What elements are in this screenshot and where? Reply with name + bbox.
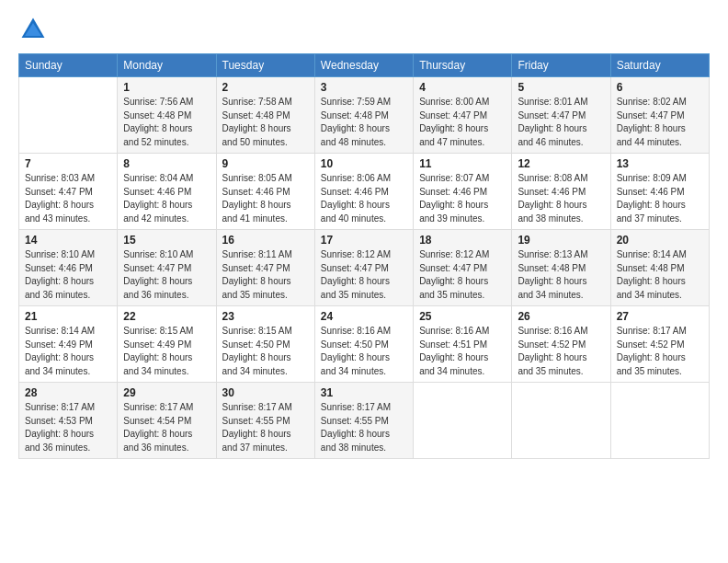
day-info: Sunrise: 8:06 AM Sunset: 4:46 PM Dayligh… <box>321 172 407 225</box>
calendar-week-row: 7Sunrise: 8:03 AM Sunset: 4:47 PM Daylig… <box>19 154 710 230</box>
calendar-cell: 25Sunrise: 8:16 AM Sunset: 4:51 PM Dayli… <box>414 306 512 383</box>
day-number: 19 <box>518 234 604 247</box>
calendar-cell: 26Sunrise: 8:16 AM Sunset: 4:52 PM Dayli… <box>512 306 610 383</box>
day-info: Sunrise: 8:14 AM Sunset: 4:49 PM Dayligh… <box>25 325 111 378</box>
calendar-cell: 3Sunrise: 7:59 AM Sunset: 4:48 PM Daylig… <box>314 77 413 154</box>
day-info: Sunrise: 7:58 AM Sunset: 4:48 PM Dayligh… <box>222 96 309 149</box>
weekday-header: Friday <box>512 54 610 77</box>
calendar-cell: 21Sunrise: 8:14 AM Sunset: 4:49 PM Dayli… <box>19 306 118 383</box>
day-number: 7 <box>25 157 111 170</box>
logo <box>18 15 53 44</box>
day-number: 29 <box>123 386 210 399</box>
calendar-cell <box>19 77 118 154</box>
calendar-table: SundayMondayTuesdayWednesdayThursdayFrid… <box>18 53 710 459</box>
calendar-cell: 16Sunrise: 8:11 AM Sunset: 4:47 PM Dayli… <box>216 230 314 306</box>
calendar-cell <box>512 383 610 459</box>
day-info: Sunrise: 8:17 AM Sunset: 4:55 PM Dayligh… <box>222 401 309 454</box>
day-info: Sunrise: 8:03 AM Sunset: 4:47 PM Dayligh… <box>25 172 111 225</box>
calendar-cell: 18Sunrise: 8:12 AM Sunset: 4:47 PM Dayli… <box>414 230 512 306</box>
day-number: 21 <box>25 310 111 323</box>
calendar-cell: 10Sunrise: 8:06 AM Sunset: 4:46 PM Dayli… <box>314 154 413 230</box>
day-info: Sunrise: 8:14 AM Sunset: 4:48 PM Dayligh… <box>617 248 703 302</box>
day-number: 18 <box>419 234 506 247</box>
calendar-week-row: 1Sunrise: 7:56 AM Sunset: 4:48 PM Daylig… <box>19 77 710 154</box>
day-number: 24 <box>321 310 407 323</box>
calendar-cell: 14Sunrise: 8:10 AM Sunset: 4:46 PM Dayli… <box>19 230 118 306</box>
day-info: Sunrise: 7:59 AM Sunset: 4:48 PM Dayligh… <box>321 96 407 149</box>
calendar-cell: 29Sunrise: 8:17 AM Sunset: 4:54 PM Dayli… <box>118 383 216 459</box>
calendar-week-row: 14Sunrise: 8:10 AM Sunset: 4:46 PM Dayli… <box>19 230 710 306</box>
calendar-cell: 30Sunrise: 8:17 AM Sunset: 4:55 PM Dayli… <box>216 383 314 459</box>
day-number: 14 <box>25 234 111 247</box>
header <box>18 15 710 44</box>
day-info: Sunrise: 8:01 AM Sunset: 4:47 PM Dayligh… <box>518 96 604 149</box>
weekday-header: Monday <box>118 54 216 77</box>
calendar-cell: 17Sunrise: 8:12 AM Sunset: 4:47 PM Dayli… <box>314 230 413 306</box>
day-info: Sunrise: 8:05 AM Sunset: 4:46 PM Dayligh… <box>222 172 309 225</box>
day-number: 4 <box>419 81 506 94</box>
day-info: Sunrise: 8:10 AM Sunset: 4:46 PM Dayligh… <box>25 248 111 302</box>
calendar-cell: 7Sunrise: 8:03 AM Sunset: 4:47 PM Daylig… <box>19 154 118 230</box>
calendar-week-row: 21Sunrise: 8:14 AM Sunset: 4:49 PM Dayli… <box>19 306 710 383</box>
weekday-header: Wednesday <box>314 54 413 77</box>
calendar-cell: 20Sunrise: 8:14 AM Sunset: 4:48 PM Dayli… <box>610 230 709 306</box>
calendar-cell: 22Sunrise: 8:15 AM Sunset: 4:49 PM Dayli… <box>118 306 216 383</box>
day-info: Sunrise: 8:16 AM Sunset: 4:51 PM Dayligh… <box>419 325 506 378</box>
day-info: Sunrise: 8:10 AM Sunset: 4:47 PM Dayligh… <box>123 248 210 302</box>
day-number: 17 <box>321 234 407 247</box>
day-number: 25 <box>419 310 506 323</box>
day-info: Sunrise: 8:15 AM Sunset: 4:49 PM Dayligh… <box>123 325 210 378</box>
calendar-cell: 8Sunrise: 8:04 AM Sunset: 4:46 PM Daylig… <box>118 154 216 230</box>
day-number: 12 <box>518 157 604 170</box>
day-number: 8 <box>123 157 210 170</box>
calendar-cell: 24Sunrise: 8:16 AM Sunset: 4:50 PM Dayli… <box>314 306 413 383</box>
calendar-cell: 6Sunrise: 8:02 AM Sunset: 4:47 PM Daylig… <box>610 77 709 154</box>
day-number: 6 <box>617 81 703 94</box>
calendar-cell: 23Sunrise: 8:15 AM Sunset: 4:50 PM Dayli… <box>216 306 314 383</box>
day-number: 23 <box>222 310 309 323</box>
day-number: 28 <box>25 386 111 399</box>
day-number: 16 <box>222 234 309 247</box>
day-number: 2 <box>222 81 309 94</box>
day-number: 10 <box>321 157 407 170</box>
day-number: 9 <box>222 157 309 170</box>
weekday-header: Sunday <box>19 54 118 77</box>
calendar-cell: 27Sunrise: 8:17 AM Sunset: 4:52 PM Dayli… <box>610 306 709 383</box>
page: SundayMondayTuesdayWednesdayThursdayFrid… <box>0 0 728 563</box>
day-info: Sunrise: 7:56 AM Sunset: 4:48 PM Dayligh… <box>123 96 210 149</box>
day-info: Sunrise: 8:17 AM Sunset: 4:54 PM Dayligh… <box>123 401 210 454</box>
day-info: Sunrise: 8:16 AM Sunset: 4:50 PM Dayligh… <box>321 325 407 378</box>
calendar-cell <box>414 383 512 459</box>
day-number: 22 <box>123 310 210 323</box>
logo-icon <box>18 15 48 44</box>
day-info: Sunrise: 8:08 AM Sunset: 4:46 PM Dayligh… <box>518 172 604 225</box>
day-info: Sunrise: 8:17 AM Sunset: 4:53 PM Dayligh… <box>25 401 111 454</box>
day-info: Sunrise: 8:15 AM Sunset: 4:50 PM Dayligh… <box>222 325 309 378</box>
day-info: Sunrise: 8:09 AM Sunset: 4:46 PM Dayligh… <box>617 172 703 225</box>
day-info: Sunrise: 8:04 AM Sunset: 4:46 PM Dayligh… <box>123 172 210 225</box>
day-number: 13 <box>617 157 703 170</box>
day-info: Sunrise: 8:13 AM Sunset: 4:48 PM Dayligh… <box>518 248 604 302</box>
day-info: Sunrise: 8:17 AM Sunset: 4:52 PM Dayligh… <box>617 325 703 378</box>
calendar-cell: 19Sunrise: 8:13 AM Sunset: 4:48 PM Dayli… <box>512 230 610 306</box>
day-number: 15 <box>123 234 210 247</box>
calendar-cell: 31Sunrise: 8:17 AM Sunset: 4:55 PM Dayli… <box>314 383 413 459</box>
calendar-cell: 4Sunrise: 8:00 AM Sunset: 4:47 PM Daylig… <box>414 77 512 154</box>
calendar-cell: 13Sunrise: 8:09 AM Sunset: 4:46 PM Dayli… <box>610 154 709 230</box>
day-info: Sunrise: 8:12 AM Sunset: 4:47 PM Dayligh… <box>321 248 407 302</box>
day-info: Sunrise: 8:17 AM Sunset: 4:55 PM Dayligh… <box>321 401 407 454</box>
weekday-header: Thursday <box>414 54 512 77</box>
day-info: Sunrise: 8:16 AM Sunset: 4:52 PM Dayligh… <box>518 325 604 378</box>
calendar-header-row: SundayMondayTuesdayWednesdayThursdayFrid… <box>19 54 710 77</box>
day-info: Sunrise: 8:02 AM Sunset: 4:47 PM Dayligh… <box>617 96 703 149</box>
calendar-cell: 12Sunrise: 8:08 AM Sunset: 4:46 PM Dayli… <box>512 154 610 230</box>
day-number: 30 <box>222 386 309 399</box>
calendar-week-row: 28Sunrise: 8:17 AM Sunset: 4:53 PM Dayli… <box>19 383 710 459</box>
calendar-cell: 1Sunrise: 7:56 AM Sunset: 4:48 PM Daylig… <box>118 77 216 154</box>
weekday-header: Tuesday <box>216 54 314 77</box>
calendar-cell: 28Sunrise: 8:17 AM Sunset: 4:53 PM Dayli… <box>19 383 118 459</box>
calendar-cell: 2Sunrise: 7:58 AM Sunset: 4:48 PM Daylig… <box>216 77 314 154</box>
day-number: 31 <box>321 386 407 399</box>
calendar-cell: 15Sunrise: 8:10 AM Sunset: 4:47 PM Dayli… <box>118 230 216 306</box>
calendar-cell: 5Sunrise: 8:01 AM Sunset: 4:47 PM Daylig… <box>512 77 610 154</box>
